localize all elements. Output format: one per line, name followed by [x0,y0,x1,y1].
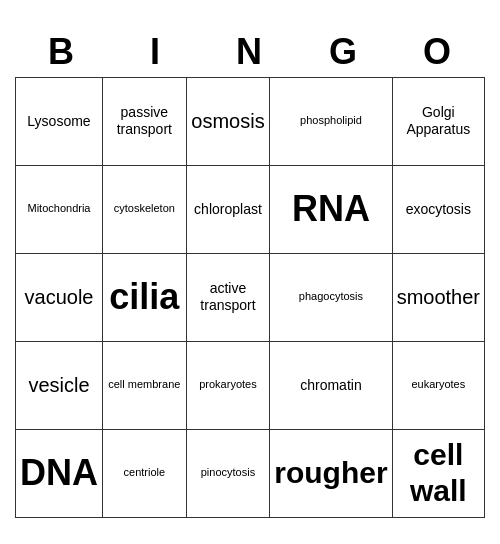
grid-cell: rougher [270,430,392,518]
cell-text: pinocytosis [201,466,255,479]
cell-text: phagocytosis [299,290,363,303]
cell-text: Lysosome [27,113,90,130]
grid-cell: DNA [16,430,103,518]
cell-text: phospholipid [300,114,362,127]
grid-cell: cell membrane [103,342,187,430]
grid-cell: vesicle [16,342,103,430]
grid-cell: prokaryotes [187,342,271,430]
header-letter: G [297,27,391,77]
cell-text: smoother [397,285,480,309]
cell-text: cell membrane [108,378,180,391]
cell-text: vesicle [28,373,89,397]
cell-text: Mitochondria [28,202,91,215]
header-letter: I [109,27,203,77]
cell-text: active transport [191,280,266,314]
grid-cell: RNA [270,166,392,254]
cell-text: centriole [124,466,166,479]
cell-text: cell wall [397,437,480,509]
cell-text: eukaryotes [411,378,465,391]
grid-cell: Golgi Apparatus [393,78,485,166]
cell-text: vacuole [25,285,94,309]
grid-cell: chromatin [270,342,392,430]
grid-cell: centriole [103,430,187,518]
cell-text: cilia [109,275,179,318]
header-letter: N [203,27,297,77]
grid-cell: osmosis [187,78,271,166]
grid-cell: Lysosome [16,78,103,166]
grid-cell: pinocytosis [187,430,271,518]
cell-text: osmosis [191,109,264,133]
grid-cell: vacuole [16,254,103,342]
grid-cell: chloroplast [187,166,271,254]
cell-text: Golgi Apparatus [397,104,480,138]
grid-cell: phagocytosis [270,254,392,342]
grid-cell: Mitochondria [16,166,103,254]
grid-cell: cytoskeleton [103,166,187,254]
grid-cell: cell wall [393,430,485,518]
grid-cell: phospholipid [270,78,392,166]
grid-cell: active transport [187,254,271,342]
grid-cell: cilia [103,254,187,342]
cell-text: DNA [20,451,98,494]
grid-cell: smoother [393,254,485,342]
cell-text: prokaryotes [199,378,256,391]
cell-text: cytoskeleton [114,202,175,215]
header-letter: O [391,27,485,77]
cell-text: rougher [274,455,387,491]
grid-cell: passive transport [103,78,187,166]
cell-text: chromatin [300,377,361,394]
cell-text: chloroplast [194,201,262,218]
cell-text: RNA [292,187,370,230]
header-letter: B [15,27,109,77]
bingo-card: BINGO Lysosomepassive transportosmosisph… [15,27,485,518]
cell-text: exocytosis [406,201,471,218]
grid-cell: eukaryotes [393,342,485,430]
cell-text: passive transport [107,104,182,138]
bingo-grid: Lysosomepassive transportosmosisphosphol… [15,77,485,518]
grid-cell: exocytosis [393,166,485,254]
bingo-header: BINGO [15,27,485,77]
